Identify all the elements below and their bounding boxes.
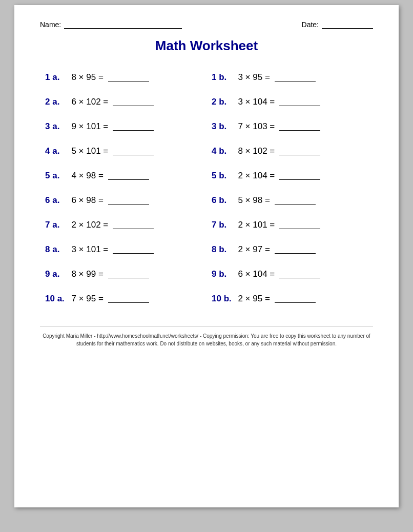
- problem-number: 3 b.: [212, 121, 233, 132]
- problem-expression: 3 × 104 =: [233, 97, 277, 107]
- problem-number: 10 a.: [45, 294, 67, 304]
- problem-expression: 8 × 99 =: [67, 269, 106, 279]
- problem-number: 10 b.: [212, 294, 233, 304]
- problem-number: 8 a.: [45, 244, 67, 255]
- problem-expression: 2 × 101 =: [233, 220, 277, 230]
- problem-number: 6 b.: [212, 195, 233, 206]
- problem-row: 1 a. 8 × 95 =: [40, 65, 206, 90]
- problem-number: 1 b.: [212, 72, 233, 83]
- problem-row: 5 b. 2 × 104 =: [206, 163, 373, 188]
- answer-line: [108, 295, 149, 303]
- answer-line: [113, 245, 154, 254]
- problem-number: 8 b.: [212, 244, 233, 255]
- problem-expression: 7 × 95 =: [67, 294, 106, 304]
- name-field: Name:: [40, 21, 182, 29]
- problem-row: 6 b. 5 × 98 =: [206, 188, 373, 213]
- name-label: Name:: [40, 21, 61, 29]
- problem-expression: 5 × 98 =: [233, 195, 273, 206]
- problem-expression: 5 × 101 =: [67, 146, 111, 156]
- answer-line: [279, 172, 320, 180]
- problem-expression: 6 × 104 =: [233, 269, 277, 279]
- problem-row: 9 b. 6 × 104 =: [206, 262, 373, 287]
- problem-expression: 2 × 95 =: [233, 294, 273, 304]
- problem-expression: 2 × 104 =: [233, 171, 277, 181]
- problem-row: 9 a. 8 × 99 =: [40, 262, 206, 287]
- problem-expression: 9 × 101 =: [67, 121, 111, 132]
- copyright-text: Copyright Maria Miller - http://www.home…: [40, 326, 373, 347]
- answer-line: [113, 122, 154, 131]
- answer-line: [275, 73, 316, 81]
- problem-number: 5 b.: [212, 171, 233, 181]
- answer-line: [275, 245, 316, 254]
- problem-number: 6 a.: [45, 195, 67, 206]
- answer-line: [113, 221, 154, 229]
- answer-line: [108, 196, 149, 204]
- name-input-line: [64, 21, 182, 29]
- problem-row: 2 a. 6 × 102 =: [40, 90, 206, 114]
- problem-expression: 3 × 101 =: [67, 244, 111, 255]
- problem-row: 1 b. 3 × 95 =: [206, 65, 373, 90]
- problem-row: 8 a. 3 × 101 =: [40, 237, 206, 262]
- problem-row: 4 b. 8 × 102 =: [206, 139, 373, 163]
- problem-expression: 6 × 98 =: [67, 195, 106, 206]
- answer-line: [108, 73, 149, 81]
- problem-number: 3 a.: [45, 121, 67, 132]
- problem-number: 2 a.: [45, 97, 67, 107]
- problem-expression: 2 × 102 =: [67, 220, 111, 230]
- answer-line: [279, 147, 320, 155]
- problem-row: 4 a. 5 × 101 =: [40, 139, 206, 163]
- problem-expression: 7 × 103 =: [233, 121, 277, 132]
- problem-row: 7 a. 2 × 102 =: [40, 213, 206, 237]
- problem-row: 6 a. 6 × 98 =: [40, 188, 206, 213]
- problem-row: 3 a. 9 × 101 =: [40, 114, 206, 139]
- worksheet-page: Name: Date: Math Worksheet 1 a. 8 × 95 =…: [14, 5, 399, 507]
- problem-row: 3 b. 7 × 103 =: [206, 114, 373, 139]
- answer-line: [279, 122, 320, 131]
- problem-expression: 4 × 98 =: [67, 171, 106, 181]
- problem-expression: 8 × 95 =: [67, 72, 106, 83]
- problem-expression: 2 × 97 =: [233, 244, 273, 255]
- answer-line: [113, 147, 154, 155]
- problem-number: 2 b.: [212, 97, 233, 107]
- problem-row: 10 b. 2 × 95 =: [206, 287, 373, 311]
- date-label: Date:: [302, 21, 319, 29]
- date-field: Date:: [302, 21, 373, 29]
- problem-row: 8 b. 2 × 97 =: [206, 237, 373, 262]
- date-input-line: [322, 21, 373, 29]
- problem-number: 4 b.: [212, 146, 233, 156]
- problem-number: 5 a.: [45, 171, 67, 181]
- answer-line: [113, 98, 154, 106]
- problem-number: 7 b.: [212, 220, 233, 230]
- problems-grid: 1 a. 8 × 95 = 1 b. 3 × 95 = 2 a. 6 × 102…: [40, 65, 373, 311]
- problem-number: 9 b.: [212, 269, 233, 279]
- answer-line: [275, 196, 316, 204]
- problem-expression: 6 × 102 =: [67, 97, 111, 107]
- answer-line: [279, 270, 320, 278]
- answer-line: [275, 295, 316, 303]
- answer-line: [108, 172, 149, 180]
- problem-row: 2 b. 3 × 104 =: [206, 90, 373, 114]
- problem-expression: 8 × 102 =: [233, 146, 277, 156]
- problem-number: 7 a.: [45, 220, 67, 230]
- problem-row: 7 b. 2 × 101 =: [206, 213, 373, 237]
- problem-number: 4 a.: [45, 146, 67, 156]
- answer-line: [108, 270, 149, 278]
- problem-row: 10 a. 7 × 95 =: [40, 287, 206, 311]
- problem-number: 1 a.: [45, 72, 67, 83]
- answer-line: [279, 221, 320, 229]
- answer-line: [279, 98, 320, 106]
- problem-row: 5 a. 4 × 98 =: [40, 163, 206, 188]
- name-date-row: Name: Date:: [40, 21, 373, 29]
- problem-expression: 3 × 95 =: [233, 72, 273, 83]
- problem-number: 9 a.: [45, 269, 67, 279]
- page-title: Math Worksheet: [40, 38, 373, 54]
